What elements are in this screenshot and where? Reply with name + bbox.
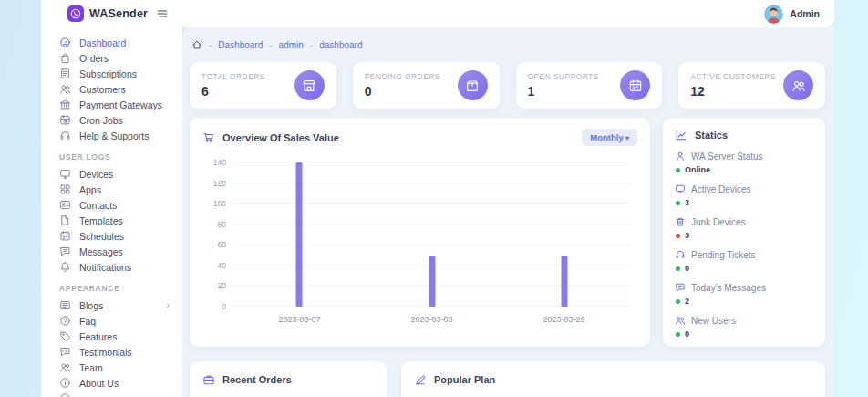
statics-item-today-s-messages: Today's Messages2 — [675, 282, 813, 306]
stat-label: OPEN SUPPORTS — [528, 72, 599, 81]
sidebar-item-devices[interactable]: Devices — [59, 166, 182, 182]
blog-icon — [59, 299, 71, 311]
sidebar-item-notifications[interactable]: Notifications — [59, 259, 182, 275]
statics-item-label: Today's Messages — [691, 283, 766, 293]
sidebar-item-team[interactable]: Team — [59, 360, 182, 375]
sidebar-item-faq[interactable]: Faq — [59, 313, 182, 329]
users-icon — [675, 315, 686, 326]
users-icon — [59, 83, 71, 95]
chart-bar[interactable] — [429, 256, 435, 307]
sidebar-item-cron-jobs[interactable]: Cron Jobs — [59, 112, 182, 128]
stat-value: 12 — [690, 84, 776, 99]
bell-icon — [59, 261, 71, 273]
stat-value: 1 — [528, 84, 599, 99]
chart-bar[interactable] — [561, 256, 567, 307]
statics-item-new-users: New Users0 — [675, 315, 813, 339]
monitor-icon — [675, 183, 686, 194]
sidebar: DashboardOrdersSubscriptionsCustomersPay… — [41, 27, 182, 397]
sidebar-item-contacts[interactable]: Contacts — [59, 197, 182, 213]
breadcrumb-separator: - — [269, 40, 272, 50]
y-axis-tick: 100 — [213, 199, 226, 208]
sidebar-item-dashboard[interactable]: Dashboard — [59, 35, 182, 50]
stat-label: PENDING ORDERS — [365, 72, 440, 81]
sidebar-item-orders[interactable]: Orders — [59, 50, 182, 66]
contact-icon — [59, 199, 71, 211]
status-dot — [676, 266, 680, 271]
chevron-right-icon: › — [166, 300, 170, 310]
y-axis-tick: 80 — [218, 220, 226, 229]
sidebar-item-apps[interactable]: Apps — [59, 182, 182, 197]
sidebar-item-label: Templates — [79, 215, 123, 226]
stat-label: TOTAL ORDERS — [202, 72, 265, 81]
sidebar-item-label: Features — [79, 331, 117, 342]
box-icon — [465, 78, 480, 93]
main-content: -Dashboard-admin-dashboard TOTAL ORDERS6… — [182, 27, 834, 397]
info-icon — [59, 377, 71, 389]
statics-item-value: 0 — [685, 264, 689, 273]
chart-bar[interactable] — [296, 162, 303, 307]
breadcrumb-item[interactable]: admin — [279, 40, 304, 50]
calendar-clock-icon — [59, 114, 71, 126]
sidebar-item-subscriptions[interactable]: Subscriptions — [59, 66, 182, 81]
sidebar-item-label: Messages — [79, 246, 123, 257]
sidebar-item-testimonials[interactable]: Testimonials — [59, 344, 182, 360]
statics-item-value: 2 — [685, 297, 689, 306]
stat-icon-bubble — [294, 70, 325, 100]
sidebar-item-label: Customers — [79, 84, 126, 95]
sidebar-item-label: Testimonials — [79, 347, 132, 358]
chart-gridline — [233, 183, 630, 183]
user-menu[interactable]: Admin — [764, 5, 834, 24]
chart-gridline — [233, 203, 630, 204]
statics-item-label: New Users — [691, 316, 736, 326]
sales-overview-card: Overview Of Sales Value Monthly 02040608… — [190, 118, 650, 347]
quote-icon — [59, 346, 71, 358]
sidebar-item-label: Notifications — [79, 262, 131, 273]
calendar-icon — [628, 78, 643, 93]
chart-line-icon — [675, 129, 687, 141]
breadcrumb-separator: - — [209, 40, 212, 50]
sidebar-item-schedules[interactable]: Schedules — [59, 228, 182, 244]
sidebar-item-label: Help & Supports — [79, 131, 149, 141]
bag-icon — [59, 52, 71, 64]
sidebar-item-about-us[interactable]: About Us — [59, 375, 182, 391]
brand-logo[interactable]: WASender — [41, 5, 148, 22]
grid-icon — [59, 183, 71, 195]
statics-item-label: WA Server Status — [691, 151, 763, 162]
stat-card-open-supports: OPEN SUPPORTS1 — [516, 62, 663, 109]
statics-item-label: Pending Tickets — [691, 250, 756, 260]
sidebar-item-label: Faq — [79, 316, 96, 327]
dots-icon — [59, 392, 71, 397]
stat-card-total-orders: TOTAL ORDERS6 — [190, 62, 336, 109]
sidebar-item-label: Blogs — [79, 300, 103, 311]
sidebar-item-blogs[interactable]: Blogs› — [59, 298, 182, 313]
monitor-icon — [59, 168, 71, 180]
x-axis-label: 2023-03-07 — [278, 315, 320, 324]
home-icon[interactable] — [191, 39, 202, 50]
sidebar-item-partial[interactable] — [59, 391, 182, 397]
sidebar-item-customers[interactable]: Customers — [59, 81, 182, 97]
gauge-icon — [59, 37, 71, 48]
breadcrumb-item[interactable]: Dashboard — [218, 40, 263, 50]
status-dot — [676, 168, 680, 172]
breadcrumb-separator: - — [310, 40, 313, 50]
breadcrumb-item[interactable]: dashboard — [319, 40, 362, 50]
store-icon — [302, 78, 316, 93]
stat-icon-bubble — [620, 70, 650, 100]
monthly-filter-dropdown[interactable]: Monthly — [582, 129, 637, 146]
list-icon — [59, 68, 71, 79]
statics-item-pending-tickets: Pending Tickets0 — [675, 249, 813, 273]
sidebar-item-messages[interactable]: Messages — [59, 244, 182, 259]
sidebar-item-features[interactable]: Features — [59, 329, 182, 344]
avatar — [764, 5, 783, 24]
sidebar-item-templates[interactable]: Templates — [59, 213, 182, 228]
statics-card-title: Statics — [695, 130, 728, 141]
brand-name: WASender — [89, 7, 148, 20]
statics-item-value: 0 — [685, 329, 689, 339]
sidebar-item-help-supports[interactable]: Help & Supports — [59, 128, 182, 143]
statics-item-value: 3 — [685, 231, 689, 240]
sidebar-toggle-hamburger-icon[interactable] — [156, 7, 169, 20]
y-axis-tick: 20 — [218, 281, 226, 290]
user-icon — [675, 151, 686, 162]
sidebar-item-payment-gateways[interactable]: Payment Gateways — [59, 97, 182, 112]
stat-value: 6 — [202, 84, 265, 99]
